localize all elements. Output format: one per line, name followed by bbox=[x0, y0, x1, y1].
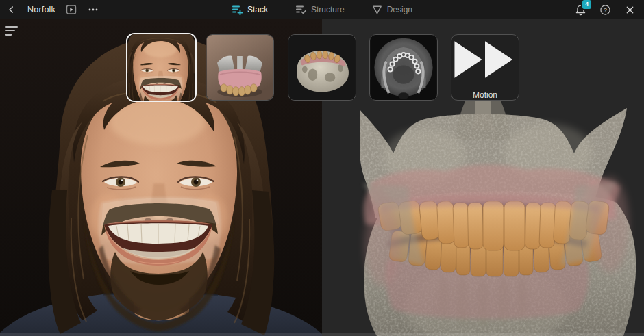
close-icon bbox=[625, 5, 635, 15]
case-title: Norfolk bbox=[27, 5, 55, 14]
app-window: Norfolk Stack bbox=[0, 0, 644, 336]
motion-label: Motion bbox=[473, 90, 497, 100]
thumbnail-face-photo[interactable] bbox=[126, 33, 197, 102]
thumbnail-ct-axial-slice[interactable] bbox=[369, 34, 438, 101]
notification-count-badge: 4 bbox=[582, 0, 591, 9]
mode-tabs: Stack Structure Design bbox=[232, 4, 412, 15]
tab-structure[interactable]: Structure bbox=[295, 4, 345, 15]
tab-design[interactable]: Design bbox=[372, 5, 412, 15]
nabla-icon bbox=[372, 5, 382, 15]
svg-text:?: ? bbox=[604, 6, 607, 13]
chevron-left-icon bbox=[7, 5, 16, 14]
ct-axial-slice-thumb bbox=[370, 35, 437, 100]
thumbnail-motion[interactable]: Motion bbox=[451, 34, 519, 101]
list-check-icon bbox=[295, 4, 306, 15]
play-window-icon bbox=[66, 4, 77, 15]
layers-menu-icon bbox=[5, 26, 18, 28]
thumbnail-upper-arch-scan[interactable] bbox=[206, 34, 274, 101]
tab-structure-label: Structure bbox=[311, 5, 345, 14]
notifications-button[interactable]: 4 bbox=[574, 3, 586, 16]
face-photo-thumb bbox=[127, 34, 195, 101]
fast-forward-icon bbox=[451, 35, 519, 84]
ellipsis-icon bbox=[88, 4, 99, 15]
tab-stack[interactable]: Stack bbox=[232, 4, 268, 15]
layers-menu-button[interactable] bbox=[5, 26, 18, 38]
thumbnail-jaw-bone-model[interactable] bbox=[288, 34, 356, 101]
present-button[interactable] bbox=[65, 3, 77, 16]
help-button[interactable]: ? bbox=[599, 3, 611, 16]
help-icon: ? bbox=[599, 4, 611, 16]
more-options-button[interactable] bbox=[87, 3, 99, 16]
upper-arch-scan-thumb bbox=[206, 35, 273, 100]
bottom-scrub-bar[interactable] bbox=[0, 333, 644, 336]
close-button[interactable] bbox=[623, 3, 636, 16]
tab-design-label: Design bbox=[387, 5, 412, 14]
jaw-bone-model-thumb bbox=[288, 35, 356, 100]
stack-plus-icon bbox=[232, 4, 243, 15]
tab-stack-label: Stack bbox=[247, 5, 268, 14]
back-button[interactable] bbox=[5, 3, 18, 16]
top-bar: Norfolk Stack bbox=[0, 0, 644, 19]
